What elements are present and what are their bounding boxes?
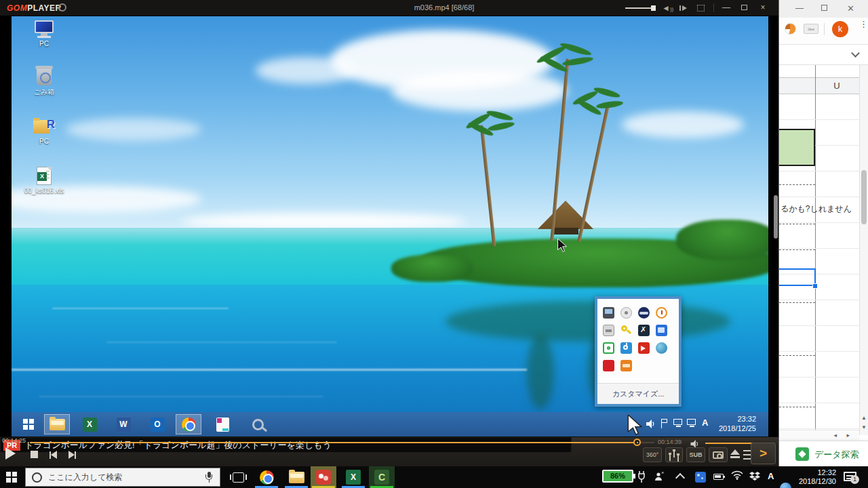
titlebar-volume-knob[interactable] <box>651 5 656 11</box>
x-app-tray-icon[interactable]: ✗ <box>638 325 650 336</box>
column-header[interactable]: U <box>815 78 859 94</box>
video-frame[interactable]: PC ごみ箱 R PC X 00_ks016.xls <box>12 16 768 436</box>
taskbar-chrome-button[interactable] <box>254 466 279 488</box>
battery-status[interactable]: 86% <box>602 470 633 483</box>
vertical-scrollbar[interactable]: ▲ ▼ <box>859 65 868 435</box>
column-header-row[interactable]: U <box>779 77 859 94</box>
control-panel-button[interactable] <box>665 447 683 462</box>
hidden-icons-chevron[interactable] <box>675 473 685 483</box>
vr360-button[interactable]: 360° <box>643 447 662 462</box>
extension-icon[interactable]: Idea <box>804 24 818 34</box>
red-square-tray-icon[interactable] <box>603 360 614 371</box>
power-tray-icon[interactable] <box>620 342 632 354</box>
maximize-button[interactable] <box>738 2 750 14</box>
desktop-icon-pc[interactable]: PC <box>18 20 70 47</box>
wifi-icon[interactable] <box>731 470 743 483</box>
play-button[interactable] <box>5 447 16 460</box>
printer-tray-icon[interactable] <box>603 325 614 336</box>
seek-handle[interactable] <box>633 439 641 446</box>
minimize-button[interactable]: — <box>795 3 804 13</box>
user-sphere-icon[interactable] <box>780 483 791 488</box>
speaker-tray-icon[interactable] <box>638 342 650 354</box>
chrome-titlebar[interactable]: — ✕ <box>779 0 868 18</box>
ad-banner[interactable]: PR ドラゴンボールファン必見!「ドラゴンボール超」後のストーリーを楽しもう <box>0 437 572 453</box>
profile-avatar[interactable]: k <box>832 21 848 37</box>
fullscreen-icon[interactable] <box>697 5 705 12</box>
taskbar-gom-button[interactable] <box>311 466 336 488</box>
close-button[interactable]: ✕ <box>847 3 854 14</box>
scrollbar-thumb[interactable] <box>861 170 867 224</box>
dropbox-icon[interactable] <box>749 472 760 485</box>
orange-app-tray-icon[interactable] <box>620 360 632 371</box>
subtitle-button[interactable]: SUB <box>686 447 705 462</box>
recorded-excel-button[interactable]: X <box>77 414 102 434</box>
start-button[interactable] <box>6 472 17 483</box>
disc-tray-icon[interactable] <box>620 307 632 319</box>
desktop-icon-r-folder[interactable]: R PC <box>18 118 70 145</box>
recorded-chrome-button[interactable] <box>176 414 201 434</box>
spreadsheet-grid[interactable]: U るかも?しれません <box>779 65 859 435</box>
key-tray-icon[interactable] <box>620 325 632 336</box>
capture-button[interactable] <box>709 447 728 462</box>
selection-fill-handle[interactable] <box>812 283 818 289</box>
ab-repeat-icon[interactable] <box>682 5 687 11</box>
recorded-network-icon[interactable] <box>687 419 696 425</box>
recorded-onenote-button[interactable] <box>210 414 235 434</box>
recorded-outlook-button[interactable]: O <box>144 414 170 434</box>
blue-app-tray-icon[interactable] <box>656 325 667 336</box>
recorded-ime-indicator[interactable]: A <box>702 418 708 428</box>
recorded-battery-icon[interactable] <box>673 419 682 425</box>
scrollbar-thumb[interactable] <box>774 195 778 239</box>
browser-tray-icon[interactable] <box>638 307 650 319</box>
recorded-start-button[interactable] <box>16 414 41 434</box>
pc-status-tray-icon[interactable] <box>603 307 614 319</box>
chevron-down-icon[interactable] <box>851 49 860 58</box>
microphone-icon[interactable] <box>205 471 213 483</box>
ab-repeat-icon[interactable] <box>679 5 681 11</box>
horizontal-scrollbar[interactable]: ◂ ▸ <box>779 430 859 441</box>
eject-button[interactable] <box>730 449 740 458</box>
maximize-button[interactable] <box>821 3 827 13</box>
desktop-icon-xls-file[interactable]: X 00_ks016.xls <box>18 167 70 195</box>
formula-bar[interactable] <box>779 45 868 65</box>
stop-button[interactable] <box>31 451 38 458</box>
recorded-flag-icon[interactable] <box>661 419 667 423</box>
recorded-speaker-icon[interactable] <box>646 419 655 431</box>
taskbar-camtasia-button[interactable]: C <box>369 466 395 488</box>
recorded-search-button[interactable] <box>245 414 271 434</box>
explore-label[interactable]: データ探索 <box>814 449 859 461</box>
next-button[interactable] <box>68 451 76 459</box>
explore-icon[interactable] <box>795 447 809 461</box>
ime-indicator[interactable]: A <box>768 471 774 481</box>
close-button[interactable]: × <box>757 2 769 14</box>
blue-app-icon[interactable] <box>695 472 706 483</box>
action-center-icon[interactable]: 1 <box>844 472 856 481</box>
people-icon[interactable]: ᴿ <box>654 471 665 485</box>
taskbar-clock[interactable]: 12:32 2018/12/30 <box>795 468 836 486</box>
selection-box[interactable] <box>779 268 816 286</box>
taskbar-explorer-button[interactable] <box>283 466 309 488</box>
taskbar-excel-button[interactable]: X <box>340 466 366 488</box>
desktop-icon-recycle-bin[interactable]: ごみ箱 <box>18 68 70 97</box>
titlebar-speaker-icon[interactable]: ◄)) <box>662 3 673 14</box>
extension-icon[interactable] <box>785 23 796 35</box>
tray-customize-link[interactable]: カスタマイズ... <box>597 383 679 404</box>
clock-tray-icon[interactable] <box>656 307 667 319</box>
recorded-clock[interactable]: 23:32 2018/12/25 <box>719 414 756 433</box>
chrome-menu-icon[interactable]: ⋮ <box>859 22 863 26</box>
task-view-button[interactable] <box>225 466 251 488</box>
recorded-explorer-button[interactable] <box>44 414 70 434</box>
battery-icon[interactable] <box>713 474 724 480</box>
scroll-up-icon[interactable]: ▲ <box>861 415 867 421</box>
gear-icon[interactable] <box>58 3 66 12</box>
scroll-down-icon[interactable]: ▼ <box>861 424 867 430</box>
search-box[interactable]: ここに入力して検索 <box>25 468 220 487</box>
green-ring-tray-icon[interactable] <box>603 342 614 354</box>
titlebar-volume-slider[interactable] <box>625 7 654 9</box>
previous-button[interactable] <box>50 451 57 459</box>
highlighted-cell[interactable] <box>779 129 815 166</box>
gom-titlebar[interactable]: GOMPLAYER m036.mp4 [68/68] ◄)) — × <box>0 0 778 16</box>
globe-tray-icon[interactable] <box>656 342 667 354</box>
minimize-button[interactable]: — <box>720 2 732 14</box>
playlist-expand-button[interactable]: > <box>751 443 776 464</box>
